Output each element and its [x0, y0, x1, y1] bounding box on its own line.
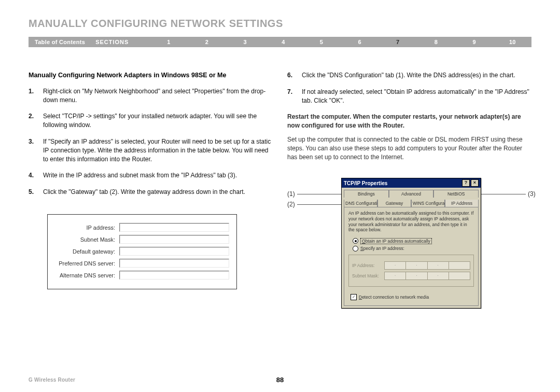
nav-section-4[interactable]: 4	[264, 39, 302, 45]
step-num: 7.	[287, 88, 302, 105]
step-text: Write in the IP address and subnet mask …	[43, 171, 237, 180]
subsection-heading: Manually Configuring Network Adapters in…	[29, 71, 273, 80]
tabs-row-1: Bindings Advanced NetBIOS	[342, 188, 481, 198]
callout-label: (3)	[528, 190, 536, 198]
followup-note: Set up the computer that is connected to…	[287, 135, 531, 161]
window-title: TCP/IP Properties	[344, 180, 387, 186]
nav-section-1[interactable]: 1	[149, 39, 188, 45]
default-gateway-field[interactable]	[119, 247, 229, 256]
step-num: 6.	[287, 71, 302, 80]
ip-address-field[interactable]	[119, 223, 229, 232]
step-text: Click the "DNS Configuration" tab (1). W…	[302, 71, 515, 80]
step-7: 7.If not already selected, select "Obtai…	[287, 88, 531, 105]
tab-description: An IP address can be automatically assig…	[348, 211, 474, 233]
preferred-dns-label: Preferred DNS server:	[53, 260, 119, 267]
subnet-mask-input[interactable]: ...	[384, 272, 470, 280]
step-num: 1.	[29, 87, 43, 105]
step-1: 1.Right-click on "My Network Neighborhoo…	[29, 87, 273, 105]
window-titlebar: TCP/IP Properties ? ×	[342, 178, 481, 188]
tab-bindings[interactable]: Bindings	[344, 190, 389, 198]
step-text: Click the "Gateway" tab (2). Write the g…	[43, 188, 245, 197]
radio-obtain-auto[interactable]: Obtain an IP address automatically	[353, 238, 474, 244]
nav-section-3[interactable]: 3	[226, 39, 264, 45]
step-num: 2.	[29, 112, 43, 130]
ip-address-input[interactable]: ...	[384, 261, 470, 270]
tab-advanced[interactable]: Advanced	[389, 190, 434, 198]
callout-3: (3)	[481, 190, 536, 198]
callout-label: (1)	[287, 190, 295, 198]
step-2: 2.Select "TCP/IP -> settings" for your i…	[29, 112, 273, 130]
preferred-dns-field[interactable]	[119, 259, 229, 268]
step-text: If "Specify an IP address" is selected, …	[43, 137, 273, 163]
step-5: 5.Click the "Gateway" tab (2). Write the…	[29, 188, 273, 197]
right-column: 6.Click the "DNS Configuration" tab (1).…	[287, 71, 531, 307]
checkbox-icon: ✓	[351, 294, 357, 300]
step-num: 5.	[29, 188, 43, 197]
ip-address-label-win: IP Address:	[352, 263, 384, 268]
tab-ip-address[interactable]: IP Address	[445, 200, 479, 207]
radio-icon	[353, 246, 358, 251]
step-text: Select "TCP/IP -> settings" for your ins…	[43, 112, 273, 130]
nav-section-5[interactable]: 5	[302, 39, 341, 45]
nav-section-8[interactable]: 8	[417, 39, 455, 45]
nav-section-7[interactable]: 7	[379, 39, 417, 45]
close-button[interactable]: ×	[471, 179, 479, 187]
radio-specify-ip[interactable]: Specify an IP address:	[353, 246, 474, 251]
default-gateway-label: Default gateway:	[53, 248, 119, 255]
step-text: If not already selected, select "Obtain …	[302, 88, 531, 105]
step-num: 4.	[29, 171, 43, 180]
step-4: 4.Write in the IP address and subnet mas…	[29, 171, 273, 180]
callout-1: (1)	[287, 190, 342, 198]
callout-label: (2)	[287, 201, 295, 208]
step-6: 6.Click the "DNS Configuration" tab (1).…	[287, 71, 531, 80]
nav-section-10[interactable]: 10	[493, 39, 531, 45]
nav-section-2[interactable]: 2	[188, 39, 226, 45]
subnet-mask-label-win: Subnet Mask:	[352, 273, 384, 278]
radio-icon	[353, 238, 358, 244]
tabs-row-2: DNS Configuration Gateway WINS Configura…	[342, 198, 481, 207]
section-title: MANUALLY CONFIGURING NETWORK SETTINGS	[29, 18, 531, 30]
tab-wins-configuration[interactable]: WINS Configuration	[411, 200, 445, 207]
ip-specify-group: IP Address: ... Subnet Mask: ...	[348, 255, 474, 287]
product-name: G Wireless Router	[29, 377, 75, 383]
step-num: 3.	[29, 137, 43, 163]
tcpip-properties-figure: (1) (2) (3) TCP/IP Properties ? ×	[287, 178, 531, 307]
subnet-mask-label: Subnet Mask:	[53, 236, 119, 243]
alternate-dns-field[interactable]	[119, 271, 229, 279]
ip-address-chart: IP address: Subnet Mask: Default gateway…	[47, 214, 237, 289]
detect-connection-checkbox[interactable]: ✓ Detect connection to network media	[351, 294, 474, 300]
nav-sections-label: SECTIONS	[95, 39, 149, 45]
help-button[interactable]: ?	[462, 179, 470, 187]
tab-gateway[interactable]: Gateway	[377, 200, 411, 207]
tab-netbios[interactable]: NetBIOS	[433, 190, 479, 198]
tcpip-properties-window: TCP/IP Properties ? × Bindings Advanced …	[341, 178, 481, 309]
page-footer: G Wireless Router 88	[29, 377, 531, 383]
alternate-dns-label: Alternate DNS server:	[53, 272, 119, 278]
subnet-mask-field[interactable]	[119, 235, 229, 244]
nav-toc[interactable]: Table of Contents	[29, 39, 95, 45]
nav-section-9[interactable]: 9	[455, 39, 494, 45]
step-3: 3.If "Specify an IP address" is selected…	[29, 137, 273, 163]
tab-dns-configuration[interactable]: DNS Configuration	[344, 200, 377, 207]
nav-bar: Table of Contents SECTIONS 1 2 3 4 5 6 7…	[29, 37, 531, 47]
tab-body: An IP address can be automatically assig…	[344, 207, 479, 306]
ip-address-label: IP address:	[53, 225, 119, 231]
step-text: Right-click on "My Network Neighborhood"…	[43, 87, 273, 105]
restart-note: Restart the computer. When the computer …	[287, 113, 531, 130]
page-number: 88	[276, 376, 284, 384]
nav-section-6[interactable]: 6	[341, 39, 379, 45]
left-column: Manually Configuring Network Adapters in…	[29, 71, 273, 307]
